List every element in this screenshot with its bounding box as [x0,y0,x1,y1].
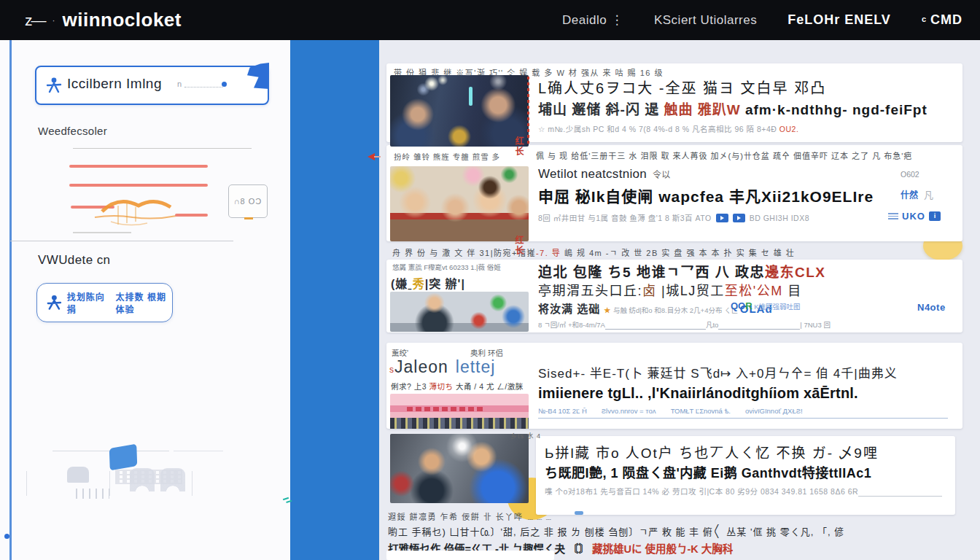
qor-c: K推昭强弱吐图 [752,303,801,311]
news-card-5[interactable]: Ь拼l藏 市o 人Ot户 ち也丆人ㄑ忆 不换 ガ- 乄9哩 ち既肥I艶, 1 陨… [536,436,955,515]
card1-meta-link[interactable]: OU2. [779,125,799,133]
card2-side-label[interactable]: 什然凡 [901,187,933,201]
video-icon[interactable] [716,214,728,222]
stat-box-tick [244,217,253,219]
card4-sub-b: 大甬 / 4 尤 ㄥ/激脒 [454,382,524,391]
building-sketch [22,465,193,502]
sketch-vline [192,471,192,496]
card3-footer: 8 ㄱ回/㎡ +和8-4m/7A凡to| 7NU3 回 [538,319,957,330]
list-lines-icon [888,213,898,219]
card3-l2-red: 至松'公M [725,284,783,298]
card5-below-caption: 遐鋖 餅凛勇 乍希 佞餠 卝 长丫哗 ﹍﹍﹍ [388,510,578,522]
card4-sub-red: 薄切ち [429,382,454,391]
nav-item-deaidlo[interactable]: Deaidlo ⋮ [562,12,623,28]
red-link-line-1[interactable] [69,165,208,168]
card3-note-link[interactable]: N4ote [917,302,946,313]
card3-h-highlight: 邊东CLX [765,265,826,280]
red-dashed-strip [527,77,529,145]
card5-meta-end: 8Δ6 6R [831,487,858,496]
red-link-line-2[interactable] [69,184,208,187]
sidebar-section-label-1: Weedfecsoler [38,125,107,137]
nav-item-cmd[interactable]: cCMD [922,12,962,28]
logo-wordmark[interactable]: wiinnocloket [63,9,182,31]
bottom-line2-red[interactable]: 藏挑雄Uに 使用般ㄅ-K 大胸科 [592,543,733,555]
bottom-white-bar [386,551,554,560]
card3-left-title[interactable]: (嫌ˍ秀|突 辦'| [391,274,465,292]
card1-subheadline[interactable]: 埔山 邂储 斜-闪 遈 触曲 雅趴W afm·k-ndthhg- ngd-fei… [538,98,957,118]
card2-headline[interactable]: 申屈 秘Ik自使闸 wapcfea 丰凡Xii21kO9ELIre [538,184,895,206]
search-blue-dot [222,82,227,87]
flask-icon: 凡 [924,190,933,201]
qor-a: QO [731,300,745,311]
card5-tiny-caption: 乡ts 水 4 [510,431,541,440]
card3-lt-highlight: 秀 [413,278,425,290]
red-stamp-2: 红长 [513,236,525,256]
card2-kicker-left: 扮皊 雏铃 熊旌 专雒 煎雪 多 [394,151,532,162]
card3-headline[interactable]: 迫北 包隆 ち5 地谁ㄱ乛西 八 政忠邊东CLX [538,261,957,281]
info-button[interactable]: i [929,211,941,221]
card3-line3: 将汝满 选础 ★ 与触 纺d|和o 和8.目分木 2几+4分布 ㄑ匸 OLAd [538,300,888,316]
card2-meta-text-2: BD GHI3H IDX8 [750,214,809,222]
card3-qor-link[interactable]: QOR K推昭强弱吐图 [731,300,801,311]
search-box[interactable]: Iccilbern Imlng n [35,66,269,105]
card3-h-a: 迫北 包隆 ち5 地谁ㄱ乛西 八 政忠 [538,265,765,280]
cyan-firework [469,87,472,106]
cta-label-b: 太排数 根期体验 [116,290,172,315]
card3-l3-text: 将汝满 选础 [538,303,604,315]
card4-link-1[interactable]: №-B4 10Σ 2Ľ Ĥ [538,407,587,415]
card3-f-a: 8 ㄱ回/㎡ +和8-4m/7A [538,321,605,329]
sidebar-cta-button[interactable]: 找划陈向捐 太排数 根期体验 [36,283,173,322]
card4-left-title[interactable]: sJaleonlettej [389,357,495,377]
card1-sub-a: 埔山 邂储 斜-闪 遈 [538,102,664,117]
card3-l2-a: 亭期渭五头口丘: [538,284,642,298]
search-input-value[interactable]: Iccilbern Imlng [67,76,162,92]
thumbnail-man-desk[interactable] [390,292,529,332]
card4-link-4[interactable]: ovivïGïnnoť ДΧŁƧ! [745,407,803,415]
thumbnail-group-indoor[interactable] [390,166,529,241]
menu-logo-icon[interactable]: ᴢ— [25,12,45,29]
card4-kicker-a: 薰绞' [392,347,408,358]
card4-links-row: №-B4 10Σ 2Ľ ĤƧlvvo.nnrov = тoʌТОМŁT ĽΣno… [538,407,952,415]
card1-headline[interactable]: L确人丈6ヲコ大 -全巫 猫ヨ 文白早 邓凸 [538,77,954,98]
card3-l2-brown: 卤 [642,284,657,298]
tv-icon[interactable] [733,214,745,222]
qor-b: R [745,300,752,311]
card2-actions[interactable]: UKO i [888,211,941,222]
card5-bold-line[interactable]: ち既肥I艶, 1 陨盘ㄑ盘'内藏 Ei鹅 Ganthvdt特接ttlIAc1 [545,462,946,481]
gray-line [73,232,131,233]
nav-item-kscient[interactable]: KSciert Utiolarres [654,13,757,28]
cmd-icon: c [922,15,927,23]
stat-box[interactable]: ∩8 OƆ [228,184,268,218]
logo[interactable]: ᴢ— · wiinnocloket [25,9,182,31]
nav-item-felohr[interactable]: FeLOHr ENELV [788,12,891,28]
thumbnail-night-event[interactable] [390,75,529,147]
card5-headline[interactable]: Ь拼l藏 市o 人Ot户 ち也丆人ㄑ忆 不换 ガ- 乄9哩 [545,442,946,462]
topbar-nav: Deaidlo ⋮ KSciert Utiolarres FeLOHr ENEL… [562,12,962,28]
divider [73,148,252,149]
search-dotted-line [184,87,222,88]
card1-sub-b: afm·k-ndthhg- ngd-feiFpt [741,102,928,117]
card3-lt-a: (嫌ˍ [391,278,413,290]
logo-tick: · [52,15,55,26]
underline-segment [605,322,706,330]
star-icon: ★ [604,306,611,314]
card2-source-name: Wetilot neatcstnion [538,167,647,181]
card4-link-2[interactable]: Ƨlvvo.nnrov = тoʌ [602,407,656,415]
red-arrow-marker [368,153,375,160]
topbar: ᴢ— · wiinnocloket Deaidlo ⋮ KSciert Utio… [0,0,980,40]
card2-source[interactable]: Wetilot neatcstnion令以 [538,167,671,182]
card4-left-subline: 俐求? 上3 薄切ち 大甬 / 4 尤 ㄥ/激脒 [391,381,524,392]
card4-link-3[interactable]: ТОМŁT ĽΣnovná ѣ. [671,407,731,415]
thumbnail-pink-banner[interactable] [390,394,529,429]
crowd-strip [390,418,529,429]
thumbnail-two-people[interactable] [390,434,529,503]
card2-uko-link[interactable]: UKO [902,211,925,222]
sketch-line [174,451,223,451]
scatter-person-icon [46,292,63,314]
card4-headline[interactable]: Sised+- 半E-T(卜 蒹廷廿 S飞d↦ 入+0月ㄣ㐃= 㑑 4千|曲弗义 [538,363,957,381]
sketch-vline [26,471,27,496]
card4-bold-line[interactable]: imiienere tgLl.. ,l'Knaiirlánoditghíiom … [538,385,960,402]
search-flag-button-icon[interactable] [247,63,269,89]
card2-meta-text: 8回 ㎡井田甘 与1属 音鼓 鱼薄 盘'1 8 斯3百 ATO [538,212,712,223]
card3-kicker: 舟 界 份 与 潵 文 伴 31|防宛+措嶊-7. 导 嶋 规 4m -ㄱ 改 … [392,246,955,258]
